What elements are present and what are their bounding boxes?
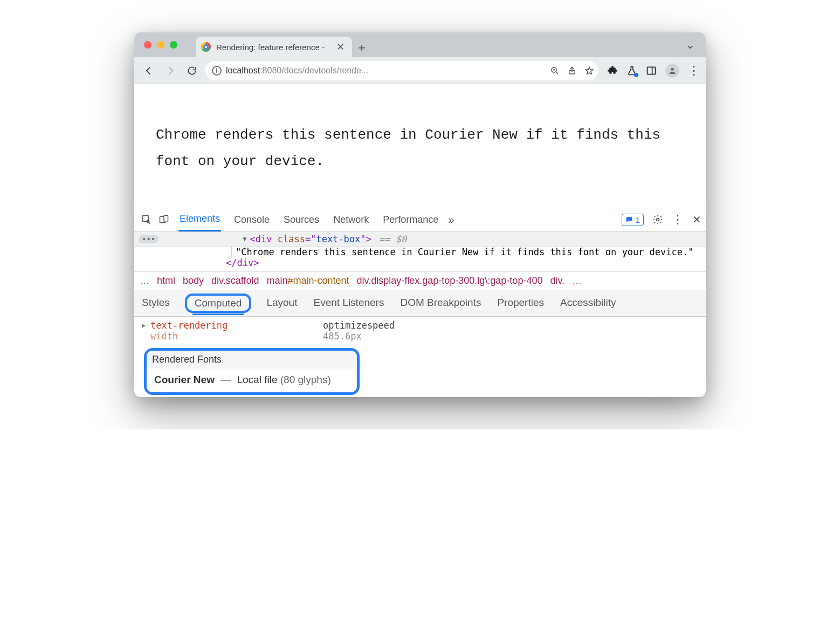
settings-icon[interactable] xyxy=(652,214,663,225)
el-close-bracket: > xyxy=(366,234,371,244)
tab-console[interactable]: Console xyxy=(233,209,271,231)
devtools-tabbar: Elements Console Sources Network Perform… xyxy=(134,208,706,232)
svg-point-7 xyxy=(657,219,659,221)
reload-button[interactable] xyxy=(184,63,200,79)
close-devtools-button[interactable]: ✕ xyxy=(692,213,701,226)
svg-rect-6 xyxy=(164,216,168,222)
subtab-styles[interactable]: Styles xyxy=(141,295,171,312)
prop-value: optimizespeed xyxy=(323,320,395,331)
rendered-font-source: Local file xyxy=(237,374,277,385)
url-host: localhost xyxy=(226,66,260,75)
new-tab-button[interactable]: ＋ xyxy=(352,38,371,57)
browser-window: Rendering: feature reference - ✕ ＋ ⌄ i l… xyxy=(134,32,706,397)
element-text: "Chrome renders this sentence in Courier… xyxy=(236,247,694,257)
prop-value: 485.6px xyxy=(323,331,362,342)
crumb-div-last[interactable]: div. xyxy=(550,275,564,287)
crumb-body[interactable]: body xyxy=(183,275,204,287)
prop-name: width xyxy=(150,331,323,342)
rendered-font-glyphs: (80 glyphs) xyxy=(280,374,331,385)
elements-breadcrumb[interactable]: … html body div.scaffold main#main-conte… xyxy=(134,272,706,290)
url-path: :8080/docs/devtools/rende... xyxy=(260,66,368,75)
breadcrumb-more-left[interactable]: … xyxy=(140,275,149,287)
address-bar[interactable]: i localhost:8080/docs/devtools/rende... xyxy=(205,61,598,80)
computed-pane: ▶ text-rendering optimizespeed width 485… xyxy=(134,317,706,397)
profile-avatar[interactable] xyxy=(665,64,679,78)
rendered-fonts-header: Rendered Fonts xyxy=(147,351,357,369)
close-window-button[interactable] xyxy=(144,41,152,49)
svg-point-3 xyxy=(671,67,673,70)
crumb-main[interactable]: main#main-content xyxy=(266,275,349,287)
element-text-node[interactable]: "Chrome renders this sentence in Courier… xyxy=(134,247,706,257)
zoom-icon[interactable] xyxy=(550,66,560,76)
menu-icon[interactable]: ⋮ xyxy=(688,64,699,78)
subtab-computed[interactable]: Computed xyxy=(185,294,252,313)
toolbar: i localhost:8080/docs/devtools/rende... xyxy=(134,57,706,84)
el-attr-name: class xyxy=(278,234,305,244)
minimize-window-button[interactable] xyxy=(157,41,164,49)
toolbar-right: ⋮ xyxy=(607,64,699,78)
chrome-favicon-icon xyxy=(201,42,211,52)
issues-count: 1 xyxy=(636,215,640,224)
traffic-lights xyxy=(141,32,177,57)
dash: — xyxy=(221,374,231,385)
ellipsis-icon[interactable]: ••• xyxy=(139,235,159,243)
close-tab-button[interactable]: ✕ xyxy=(336,41,345,53)
browser-tab[interactable]: Rendering: feature reference - ✕ xyxy=(196,37,352,57)
tabs-dropdown-button[interactable]: ⌄ xyxy=(685,32,695,57)
subtab-event-listeners[interactable]: Event Listeners xyxy=(312,295,385,312)
tab-performance[interactable]: Performance xyxy=(382,209,439,231)
tab-strip: Rendering: feature reference - ✕ ＋ ⌄ xyxy=(134,32,706,57)
experiments-icon[interactable] xyxy=(626,65,637,76)
issues-badge[interactable]: 1 xyxy=(622,214,644,226)
prop-name: text-rendering xyxy=(150,320,323,331)
crumb-html[interactable]: html xyxy=(157,275,175,287)
elements-tree[interactable]: ••• ▼ <div class="text-box"> == $0 "Chro… xyxy=(134,232,706,272)
breadcrumb-more-right[interactable]: … xyxy=(572,275,582,287)
share-icon[interactable] xyxy=(567,66,577,76)
element-close-tag: </div> xyxy=(134,257,706,270)
side-panel-icon[interactable] xyxy=(646,65,657,76)
url-text: localhost:8080/docs/devtools/rende... xyxy=(226,66,546,76)
computed-row-text-rendering[interactable]: ▶ text-rendering optimizespeed xyxy=(142,320,700,331)
devtools-menu-icon[interactable]: ⋮ xyxy=(672,213,684,227)
extensions-icon[interactable] xyxy=(607,65,618,76)
crumb-div-scaffold[interactable]: div.scaffold xyxy=(211,275,259,287)
more-tabs-button[interactable]: » xyxy=(448,214,454,226)
rendered-fonts-row: Courier New — Local file (80 glyphs) xyxy=(147,369,357,392)
tab-elements[interactable]: Elements xyxy=(178,208,221,231)
el-open: <div xyxy=(250,234,272,244)
tab-title: Rendering: feature reference - xyxy=(216,43,325,52)
page-content: Chrome renders this sentence in Courier … xyxy=(134,84,706,208)
bookmark-star-icon[interactable] xyxy=(584,66,594,76)
styles-subtabs: Styles Computed Layout Event Listeners D… xyxy=(134,290,706,317)
devtools-tab-list: Elements Console Sources Network Perform… xyxy=(178,208,439,231)
forward-button[interactable] xyxy=(162,63,178,79)
expand-triangle-icon[interactable]: ▶ xyxy=(142,322,150,329)
subtab-layout[interactable]: Layout xyxy=(265,295,298,312)
site-info-icon[interactable]: i xyxy=(212,66,222,76)
subtab-properties[interactable]: Properties xyxy=(496,295,545,312)
expand-triangle-icon[interactable]: ▼ xyxy=(243,235,246,243)
back-button[interactable] xyxy=(141,63,157,79)
selected-element-row[interactable]: ••• ▼ <div class="text-box"> == $0 xyxy=(134,232,706,247)
device-toolbar-icon[interactable] xyxy=(156,212,172,228)
inspect-element-icon[interactable] xyxy=(139,212,155,228)
maximize-window-button[interactable] xyxy=(170,41,177,49)
page-text: Chrome renders this sentence in Courier … xyxy=(156,127,660,169)
computed-row-width[interactable]: width 485.6px xyxy=(142,331,700,342)
crumb-div-flex[interactable]: div.display-flex.gap-top-300.lg\:gap-top… xyxy=(357,275,543,287)
eq0-label: == $0 xyxy=(379,234,407,244)
tab-sources[interactable]: Sources xyxy=(283,209,320,231)
devtools-panel: Elements Console Sources Network Perform… xyxy=(134,208,706,397)
svg-rect-2 xyxy=(648,67,656,74)
rendered-fonts-section: Rendered Fonts Courier New — Local file … xyxy=(144,348,360,395)
tab-network[interactable]: Network xyxy=(332,209,370,231)
subtab-accessibility[interactable]: Accessibility xyxy=(559,295,617,312)
rendered-font-name: Courier New xyxy=(154,374,215,385)
subtab-dom-breakpoints[interactable]: DOM Breakpoints xyxy=(399,295,482,312)
el-attr-val: text-box xyxy=(316,234,360,244)
